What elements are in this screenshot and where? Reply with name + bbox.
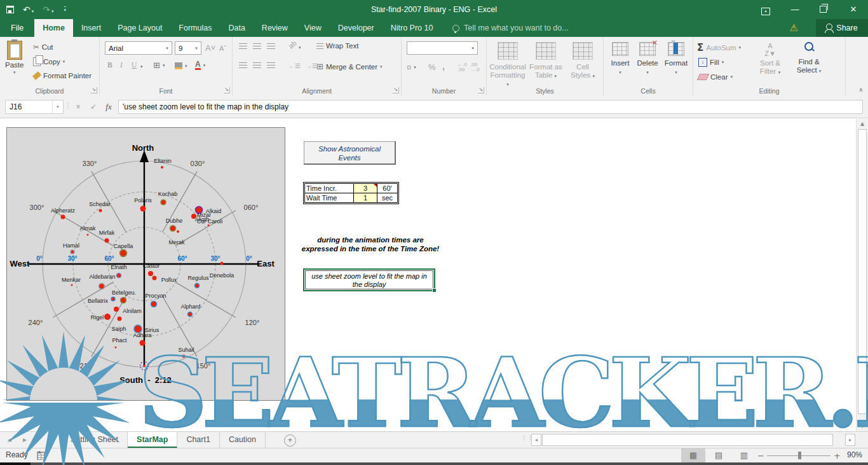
ribbon-tab-developer[interactable]: Developer [330, 19, 383, 37]
new-sheet-button[interactable]: + [284, 434, 296, 447]
close-button[interactable]: ✕ [839, 0, 868, 19]
delete-cells-button[interactable]: ✕ Delete▾ [634, 42, 661, 76]
sheet-tab-setting-sheet[interactable]: Setting Sheet [61, 432, 128, 448]
ribbon-display-options-button[interactable]: ▴ [751, 0, 780, 19]
ribbon-tab-page-layout[interactable]: Page Layout [109, 19, 170, 37]
underline-button[interactable]: U [132, 61, 137, 69]
starmap-chart[interactable]: EltaninKochabPolarisSchedarAlpheratzAlka… [6, 127, 285, 401]
zoom-slider-thumb[interactable] [798, 452, 801, 459]
find-select-button[interactable]: Find &Select ▾ [790, 42, 828, 75]
enter-formula-button[interactable]: ✓ [86, 100, 100, 114]
zoom-level-label[interactable]: 90% [847, 450, 862, 459]
alignment-dialog-launcher-icon[interactable]: ↘ [393, 87, 399, 94]
show-astronomical-events-button[interactable]: Show AstronomicalEvents [304, 141, 396, 165]
copy-button[interactable]: Copy▾ [33, 57, 65, 66]
time-table-value-cell[interactable]: 3 [353, 183, 377, 193]
chevron-down-icon[interactable]: ▾ [63, 59, 65, 64]
warning-icon[interactable]: ⚠ [790, 19, 798, 37]
indent-buttons[interactable]: ←☰→☰ [288, 62, 318, 69]
ribbon-tab-formulas[interactable]: Formulas [170, 19, 220, 37]
align-right-icon[interactable] [267, 62, 275, 68]
align-middle-icon[interactable] [253, 43, 261, 49]
name-box[interactable]: J16 ▾ [5, 100, 64, 114]
italic-button[interactable]: I [120, 61, 123, 69]
clear-button[interactable]: Clear▾ [698, 73, 733, 81]
ribbon-tab-insert[interactable]: Insert [73, 19, 109, 37]
fill-button[interactable]: ↓Fill▾ [698, 58, 724, 67]
font-size-combo[interactable]: 9▾ [175, 41, 201, 55]
time-table-label-cell[interactable]: Time Incr. [304, 183, 354, 193]
paste-button[interactable]: Paste ▾ [5, 41, 24, 75]
decrease-decimal-button[interactable]: .00→.0 [470, 62, 480, 73]
sheet-tab-starmap[interactable]: StarMap [128, 432, 177, 448]
time-settings-table[interactable]: Time Incr.360'Wait Time1sec [303, 182, 399, 204]
format-painter-button[interactable]: Format Painter [33, 72, 92, 80]
align-bottom-icon[interactable] [267, 43, 275, 49]
font-name-combo[interactable]: Arial▾ [105, 41, 172, 55]
orientation-button[interactable]: ab [287, 39, 298, 50]
sheet-tab-caution[interactable]: Caution [220, 432, 266, 448]
wrap-text-button[interactable]: Wrap Text [316, 42, 358, 50]
macro-record-icon[interactable] [37, 452, 46, 460]
worksheet-area[interactable]: EltaninKochabPolarisSchedarAlpheratzAlka… [0, 119, 868, 431]
chevron-down-icon[interactable]: ▾ [380, 64, 383, 69]
scroll-up-icon[interactable]: ▲ [858, 120, 867, 128]
scroll-right-icon[interactable]: ▸ [845, 434, 855, 446]
format-as-table-button[interactable]: Format asTable ▾ [527, 42, 564, 80]
accounting-format-button[interactable]: ¤▾ [407, 62, 416, 72]
scroll-down-icon[interactable]: ▼ [858, 422, 867, 431]
ribbon-tab-home[interactable]: Home [34, 19, 73, 37]
ribbon-tab-file[interactable]: File [0, 19, 34, 37]
vertical-align-buttons[interactable] [239, 43, 275, 49]
number-dialog-launcher-icon[interactable]: ↘ [478, 87, 484, 94]
number-format-combo[interactable]: ▾ [407, 41, 478, 55]
fill-color-button[interactable]: ▾ [175, 62, 187, 69]
collapse-ribbon-icon[interactable]: ∧ [858, 87, 863, 93]
sort-filter-button[interactable]: AZ▼ Sort &Filter ▾ [754, 42, 786, 76]
vertical-scrollbar[interactable]: ▲ ▼ [856, 119, 868, 431]
page-layout-view-button[interactable]: ▤ [707, 448, 731, 462]
formula-input[interactable]: 'use sheet zoom level to fit the map in … [118, 100, 863, 114]
chevron-down-icon[interactable]: ▾ [13, 70, 16, 75]
autosum-button[interactable]: ΣAutoSum▾ [697, 42, 741, 53]
vertical-scrollbar-thumb[interactable] [858, 129, 867, 414]
cut-button[interactable]: ✂Cut [33, 43, 53, 52]
borders-button[interactable]: ⊞▾ [153, 61, 165, 69]
formula-bar-grip[interactable]: ⋮ [65, 102, 71, 109]
font-dialog-launcher-icon[interactable]: ↘ [224, 87, 230, 94]
comma-style-button[interactable]: , [442, 61, 445, 71]
clipboard-dialog-launcher-icon[interactable]: ↘ [91, 87, 97, 94]
merge-center-button[interactable]: ⊞Merge & Center▾ [316, 62, 383, 71]
next-sheet-icon[interactable]: ▸ [23, 432, 27, 448]
grow-font-button[interactable]: A˅ [205, 43, 215, 53]
percent-style-button[interactable]: % [428, 62, 436, 72]
font-color-button[interactable]: A▾ [195, 61, 205, 70]
time-table-unit-cell[interactable]: 60' [377, 183, 398, 193]
conditional-formatting-button[interactable]: ConditionalFormatting ▾ [489, 42, 526, 88]
zoom-out-button[interactable]: − [757, 449, 764, 462]
normal-view-button[interactable]: ▦ [681, 448, 705, 462]
bold-button[interactable]: B [107, 61, 112, 69]
share-button[interactable]: Share [816, 19, 868, 37]
time-table-value-cell[interactable]: 1 [353, 193, 377, 203]
ribbon-tab-view[interactable]: View [296, 19, 330, 37]
selected-cell-j16[interactable]: use sheet zoom level to fit the map inth… [303, 268, 435, 291]
increase-decimal-button[interactable]: ←.0.00 [458, 62, 467, 73]
chevron-down-icon[interactable]: ▾ [52, 101, 63, 113]
tell-me-box[interactable]: Tell me what you want to do... [452, 19, 569, 37]
align-center-icon[interactable] [253, 62, 261, 68]
time-table-unit-cell[interactable]: sec [377, 193, 398, 203]
insert-function-button[interactable]: fx [102, 100, 116, 114]
format-cells-button[interactable]: ↔ Format▾ [662, 42, 690, 76]
horizontal-scrollbar[interactable]: ◂ ▸ [531, 434, 855, 446]
cell-styles-button[interactable]: CellStyles ▾ [566, 42, 600, 80]
align-top-icon[interactable] [239, 43, 247, 49]
fill-handle[interactable] [432, 288, 437, 293]
restore-button[interactable] [810, 0, 839, 19]
ribbon-tab-nitro-pro-10[interactable]: Nitro Pro 10 [383, 19, 442, 37]
scroll-left-icon[interactable]: ◂ [531, 434, 541, 446]
shrink-font-button[interactable]: Aˇ [219, 45, 226, 52]
insert-cells-button[interactable]: Insert▾ [607, 42, 633, 76]
horizontal-align-buttons[interactable] [239, 62, 275, 68]
sheet-tab-chart1[interactable]: Chart1 [177, 432, 220, 448]
